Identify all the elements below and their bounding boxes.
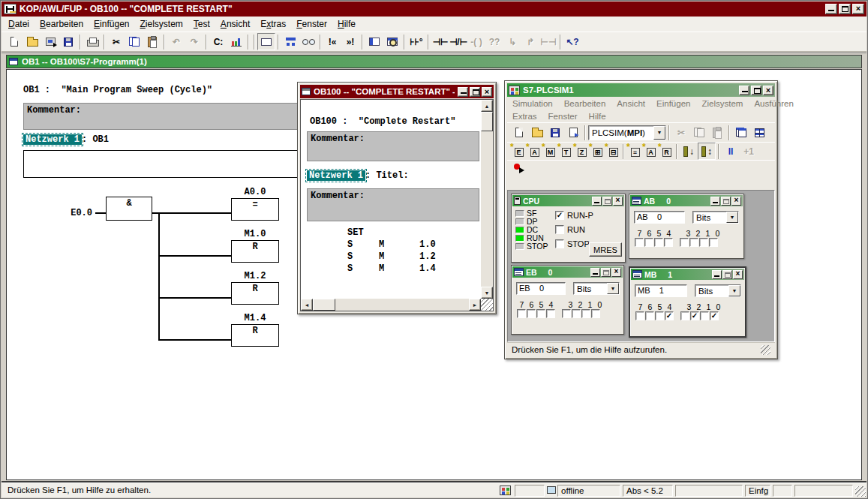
mres-button[interactable]: MRES — [589, 242, 622, 257]
network-1-chip[interactable]: Netzwerk 1 — [23, 134, 82, 145]
ob100-maximize-button[interactable] — [470, 87, 480, 97]
fup-reset-box[interactable]: R — [231, 324, 279, 347]
bit-7-checkbox[interactable] — [635, 238, 644, 247]
coil-button[interactable]: -( ) — [467, 33, 485, 50]
cpu-titlebar[interactable]: CPU × — [512, 195, 624, 206]
bit-0-checkbox[interactable] — [591, 309, 600, 318]
bit-3-checkbox[interactable] — [680, 311, 689, 320]
plcsim-titlebar[interactable]: S7-PLCSIM1 × — [507, 83, 775, 97]
fup-assign-box[interactable]: = — [231, 198, 279, 221]
ab-close-button[interactable]: × — [731, 197, 741, 206]
tile-windows-button[interactable] — [750, 124, 768, 141]
plcsim-menu-extras[interactable]: Extras — [512, 112, 537, 121]
bit-1-checkbox[interactable] — [699, 238, 708, 247]
overview-toggle-button[interactable] — [257, 33, 275, 50]
eb-format-select[interactable]: Bits▼ — [573, 282, 620, 295]
fup-output-operand[interactable]: A0.0 — [231, 187, 279, 197]
plcsim-minimize-button[interactable] — [739, 86, 749, 95]
insert-input-button[interactable]: E — [510, 144, 526, 159]
bit-7-checkbox[interactable] — [517, 309, 526, 318]
bit-3-checkbox[interactable] — [562, 309, 571, 318]
plcsim-copy-button[interactable] — [690, 124, 708, 141]
menu-zielsystem[interactable]: Zielsystem — [134, 17, 188, 32]
ob100-network-comment-box[interactable]: Kommentar: — [307, 188, 479, 221]
ab-maximize-button[interactable] — [721, 197, 731, 206]
menu-test[interactable]: Test — [188, 17, 215, 32]
menu-bearbeiten[interactable]: Bearbeiten — [35, 17, 89, 32]
menu-einfuegen[interactable]: Einfügen — [89, 17, 134, 32]
insert-register-button[interactable]: R — [658, 144, 674, 159]
plcsim-menu-ausfuehren[interactable]: Ausführen — [754, 99, 793, 108]
previous-error-button[interactable]: !« — [323, 33, 341, 50]
vertical-scrollbar[interactable]: ▲ ▼ — [481, 100, 493, 299]
maximize-button[interactable] — [839, 4, 851, 14]
ob100-document[interactable]: OB100 : "Complete Restart" Kommentar: Ne… — [300, 99, 494, 311]
mb-address-field[interactable]: MB 1 — [635, 284, 687, 297]
bit-6-checkbox[interactable] — [527, 309, 536, 318]
scroll-right-button[interactable]: ► — [469, 299, 481, 311]
ob100-titlebar[interactable]: OB100 -- "COMPLETE RESTART" -... × — [300, 85, 494, 98]
plcsim-menu-fenster[interactable]: Fenster — [548, 112, 578, 121]
plcsim-menu-einfuegen[interactable]: Einfügen — [656, 99, 690, 108]
undo-button[interactable]: ↶ — [167, 33, 185, 50]
plcsim-save-layout-button[interactable] — [564, 124, 582, 141]
insert-vertical-bits-button[interactable]: ⊟ — [605, 144, 620, 159]
ab-format-select[interactable]: Bits▼ — [692, 211, 739, 224]
insert-timer-button[interactable]: T — [557, 144, 573, 159]
resize-grip[interactable] — [481, 299, 493, 311]
ob1-window-titlebar[interactable]: OB1 -- OB100\S7-Programm(1) — [6, 55, 862, 68]
cpu-close-button[interactable]: × — [613, 197, 623, 206]
next-error-button[interactable]: »! — [341, 33, 359, 50]
copy-button[interactable] — [125, 33, 143, 50]
menu-datei[interactable]: Datei — [3, 17, 35, 32]
plcsim-menu-ansicht[interactable]: Ansicht — [617, 99, 645, 108]
ob100-comment-box[interactable]: Kommentar: — [307, 131, 479, 161]
print-button[interactable] — [83, 33, 101, 50]
menu-ansicht[interactable]: Ansicht — [215, 17, 255, 32]
fup-output-operand[interactable]: M1.2 — [231, 271, 279, 281]
redo-button[interactable]: ↷ — [185, 33, 203, 50]
bit-2-checkbox[interactable] — [572, 309, 581, 318]
ab-titlebar[interactable]: AB 0 × — [630, 195, 743, 206]
horizontal-scrollbar[interactable]: ◄ ► — [301, 299, 481, 311]
plcsim-menu-hilfe[interactable]: Hilfe — [589, 112, 606, 121]
branch-button[interactable]: ⊢⊣ — [539, 33, 557, 50]
bit-7-checkbox[interactable] — [635, 311, 644, 320]
plcsim-save-button[interactable] — [546, 124, 564, 141]
open-branch-button[interactable]: ↳ — [503, 33, 521, 50]
mb-titlebar[interactable]: MB 1 × — [631, 269, 744, 280]
eb-maximize-button[interactable] — [601, 268, 611, 277]
fup-reset-box[interactable]: R — [231, 240, 279, 263]
insert-stacks-button[interactable]: ≡ — [626, 144, 642, 159]
overview-window-button[interactable] — [365, 33, 383, 50]
close-button[interactable]: × — [852, 4, 864, 14]
download-button[interactable] — [227, 33, 245, 50]
accessible-nodes-button[interactable] — [281, 33, 299, 50]
resize-grip[interactable] — [855, 486, 866, 497]
mb-maximize-button[interactable] — [722, 270, 732, 279]
monitor-button[interactable] — [299, 33, 317, 50]
ab-minimize-button[interactable] — [710, 197, 720, 206]
continuous-scan-button[interactable]: ↕ — [698, 143, 716, 160]
resize-grip[interactable] — [761, 345, 770, 355]
record-playback-button[interactable] — [510, 160, 528, 177]
network-title-box[interactable] — [23, 150, 298, 178]
close-branch-button[interactable]: ↱ — [521, 33, 539, 50]
bit-2-checkbox[interactable] — [689, 238, 698, 247]
ob100-minimize-button[interactable] — [458, 87, 468, 97]
cpu-minimize-button[interactable] — [592, 197, 602, 206]
next-scan-button[interactable]: +1 — [740, 143, 758, 160]
bit-3-checkbox[interactable] — [680, 238, 689, 247]
menu-hilfe[interactable]: Hilfe — [332, 17, 361, 32]
eb-titlebar[interactable]: EB 0 × — [512, 266, 623, 278]
chevron-down-icon[interactable]: ▼ — [653, 126, 665, 140]
bit-1-checkbox[interactable] — [581, 309, 590, 318]
context-help-button[interactable]: ↖? — [563, 33, 581, 50]
contact-no-button[interactable]: ⊣⊢ — [431, 33, 449, 50]
mb-minimize-button[interactable] — [712, 270, 722, 279]
fup-input-operand[interactable]: E0.0 — [56, 208, 92, 218]
insert-output-button[interactable]: A — [526, 144, 542, 159]
plcsim-open-button[interactable] — [528, 124, 546, 141]
run-checkbox[interactable] — [555, 225, 564, 234]
menu-fenster[interactable]: Fenster — [291, 17, 332, 32]
